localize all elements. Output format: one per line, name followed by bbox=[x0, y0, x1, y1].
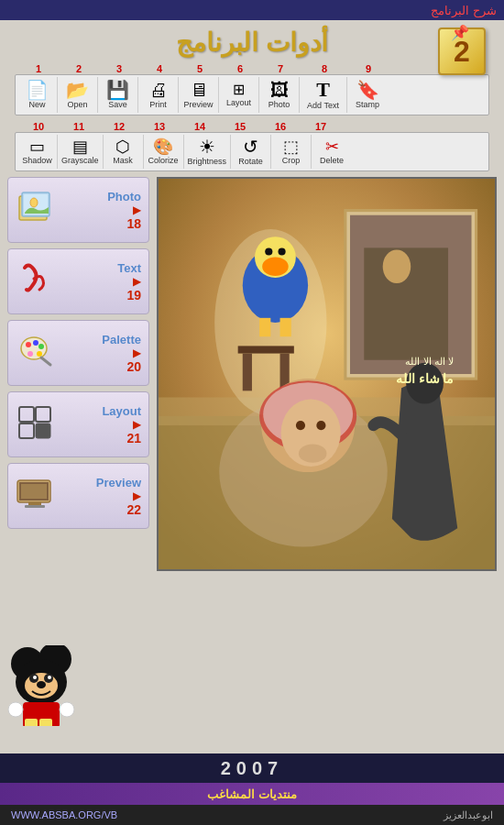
brightness-icon: ☀ bbox=[199, 138, 215, 156]
delete-icon: ✂ bbox=[325, 138, 339, 155]
shadow-button[interactable]: ▭ Shadow bbox=[17, 135, 58, 169]
svg-rect-60 bbox=[39, 719, 52, 726]
stamp-icon: 🔖 bbox=[356, 81, 379, 99]
preview-panel-content: Preview ▶ 22 bbox=[96, 476, 141, 517]
open-label: Open bbox=[67, 100, 87, 109]
preview-panel-arrow: ▶ bbox=[133, 490, 141, 502]
new-button[interactable]: 📄 New bbox=[17, 77, 58, 113]
addtext-label: Add Text bbox=[307, 101, 339, 110]
panel-item-text[interactable]: Text ▶ 19 bbox=[7, 248, 149, 314]
new-icon: 📄 bbox=[26, 81, 49, 99]
svg-point-43 bbox=[296, 421, 305, 430]
footer-bar: منتديات المشاغب bbox=[0, 783, 504, 805]
svg-rect-59 bbox=[25, 719, 38, 726]
photo-label: Photo bbox=[268, 100, 290, 109]
colorize-icon: 🎨 bbox=[153, 138, 173, 155]
num-15: 15 bbox=[220, 121, 260, 132]
svg-rect-33 bbox=[259, 318, 270, 336]
pin-icon: 📌 bbox=[451, 24, 469, 41]
svg-rect-13 bbox=[19, 424, 34, 438]
url-right-text: ابوعبدالعزيز bbox=[444, 809, 493, 821]
num-10: 10 bbox=[18, 121, 59, 132]
rotate-icon: ↺ bbox=[243, 138, 258, 156]
addtext-button[interactable]: T Add Text bbox=[300, 77, 347, 113]
toolbar2-block: 10 11 12 13 14 15 16 17 ▭ Shadow ▤ Grays… bbox=[15, 121, 489, 171]
year-bar: 2007 bbox=[0, 754, 504, 783]
layout-icon: ⊞ bbox=[233, 82, 245, 97]
photo-button[interactable]: 🖼 Photo bbox=[259, 77, 300, 113]
delete-button[interactable]: ✂ Delete bbox=[312, 135, 352, 169]
print-icon: 🖨 bbox=[149, 81, 168, 99]
crop-button[interactable]: ⬚ Crop bbox=[271, 135, 312, 169]
palette-panel-label: Palette bbox=[102, 333, 141, 346]
svg-rect-12 bbox=[36, 407, 50, 422]
grayscale-icon: ▤ bbox=[72, 138, 88, 155]
top-bar-text: شرح البرنامج bbox=[431, 4, 497, 17]
num-1: 1 bbox=[18, 63, 59, 74]
svg-point-64 bbox=[60, 702, 74, 717]
print-button[interactable]: 🖨 Print bbox=[138, 77, 179, 113]
svg-point-63 bbox=[8, 702, 23, 717]
text-panel-label: Text bbox=[117, 261, 141, 275]
svg-rect-17 bbox=[21, 484, 47, 499]
right-panel: لا اله الا الله ما شاء الله bbox=[157, 177, 497, 571]
palette-panel-icon bbox=[16, 332, 54, 374]
rotate-label: Rotate bbox=[238, 157, 263, 166]
num-2: 2 bbox=[59, 63, 99, 74]
toolbar1-numbers: 1 2 3 4 5 6 7 8 9 bbox=[15, 63, 489, 74]
num-6: 6 bbox=[220, 63, 260, 74]
svg-point-45 bbox=[299, 444, 327, 462]
save-label: Save bbox=[108, 100, 127, 109]
year-text: 2007 bbox=[221, 758, 284, 779]
mask-button[interactable]: ⬡ Mask bbox=[104, 135, 144, 169]
preview-button[interactable]: 🖥 Preview bbox=[179, 77, 219, 113]
preview-icon: 🖥 bbox=[190, 81, 208, 99]
svg-text:ما شاء الله: ما شاء الله bbox=[396, 371, 455, 386]
layout-panel-arrow: ▶ bbox=[133, 418, 141, 431]
svg-rect-19 bbox=[25, 505, 45, 508]
svg-point-55 bbox=[33, 676, 37, 679]
panel-item-photo[interactable]: Photo ▶ 18 bbox=[7, 177, 149, 243]
brightness-button[interactable]: ☀ Brightness bbox=[184, 135, 232, 169]
preview-panel-label: Preview bbox=[96, 476, 141, 490]
crop-label: Crop bbox=[282, 156, 301, 165]
open-button[interactable]: 📂 Open bbox=[58, 77, 98, 113]
save-button[interactable]: 💾 Save bbox=[98, 77, 138, 113]
delete-label: Delete bbox=[320, 156, 344, 165]
panel-item-layout[interactable]: Layout ▶ 21 bbox=[7, 391, 149, 457]
brightness-label: Brightness bbox=[188, 157, 227, 166]
num-3: 3 bbox=[99, 63, 139, 74]
panel-item-palette[interactable]: Palette ▶ 20 bbox=[7, 320, 149, 386]
colorize-button[interactable]: 🎨 Colorize bbox=[144, 135, 184, 169]
title-area: أدوات البرنامج 2 📌 bbox=[0, 20, 504, 61]
palette-panel-arrow: ▶ bbox=[133, 346, 141, 359]
grayscale-button[interactable]: ▤ Grayscale bbox=[58, 135, 104, 169]
mask-label: Mask bbox=[113, 156, 133, 165]
num-12: 12 bbox=[99, 121, 139, 132]
svg-rect-14 bbox=[36, 424, 50, 438]
num-17: 17 bbox=[301, 121, 341, 132]
text-panel-arrow: ▶ bbox=[133, 275, 141, 288]
layout-button[interactable]: ⊞ Layout bbox=[219, 77, 259, 113]
stamp-button[interactable]: 🔖 Stamp bbox=[347, 77, 388, 113]
svg-point-8 bbox=[37, 351, 42, 357]
num-13: 13 bbox=[139, 121, 180, 132]
url-text: WWW.ABSBA.ORG/VB bbox=[11, 809, 117, 820]
new-label: New bbox=[28, 100, 45, 109]
svg-point-32 bbox=[278, 248, 285, 255]
palette-panel-content: Palette ▶ 20 bbox=[102, 333, 141, 374]
print-label: Print bbox=[149, 100, 167, 109]
photo-panel-content: Photo ▶ 18 bbox=[107, 190, 141, 231]
content-area: Photo ▶ 18 Text ▶ 19 bbox=[7, 177, 497, 571]
rotate-button[interactable]: ↺ Rotate bbox=[231, 135, 271, 169]
num-4: 4 bbox=[139, 63, 180, 74]
preview-panel-icon bbox=[16, 475, 54, 517]
shadow-label: Shadow bbox=[22, 156, 52, 165]
photo-panel-num: 18 bbox=[126, 216, 141, 231]
svg-point-7 bbox=[38, 344, 44, 349]
colorize-label: Colorize bbox=[148, 156, 179, 165]
panel-item-preview[interactable]: Preview ▶ 22 bbox=[7, 463, 149, 529]
svg-point-30 bbox=[262, 258, 289, 276]
stamp-label: Stamp bbox=[356, 100, 379, 109]
num-5: 5 bbox=[180, 63, 220, 74]
